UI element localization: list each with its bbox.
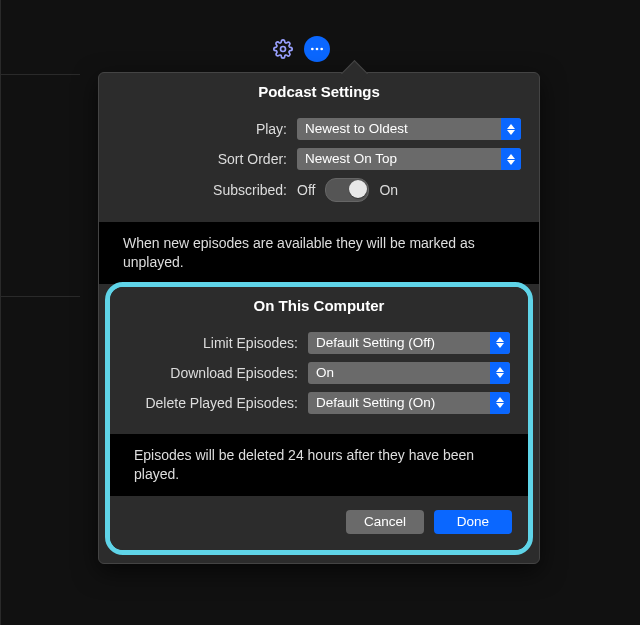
limit-episodes-label: Limit Episodes:	[128, 335, 308, 351]
stepper-arrows-icon	[490, 332, 510, 354]
stepper-arrows-icon	[501, 148, 521, 170]
divider-horizontal	[0, 296, 80, 297]
toggle-knob	[349, 180, 367, 198]
subscribed-toggle[interactable]	[325, 178, 369, 202]
play-select[interactable]: Newest to Oldest	[297, 118, 521, 140]
download-episodes-select-value: On	[316, 365, 334, 380]
subscribed-label: Subscribed:	[117, 182, 297, 198]
svg-point-3	[320, 48, 323, 51]
sort-order-select[interactable]: Newest On Top	[297, 148, 521, 170]
limit-episodes-select[interactable]: Default Setting (Off)	[308, 332, 510, 354]
done-button[interactable]: Done	[434, 510, 512, 534]
cancel-button[interactable]: Cancel	[346, 510, 424, 534]
subscribed-off-text: Off	[297, 182, 315, 198]
limit-episodes-select-value: Default Setting (Off)	[316, 335, 435, 350]
stepper-arrows-icon	[490, 392, 510, 414]
delete-played-episodes-select[interactable]: Default Setting (On)	[308, 392, 510, 414]
download-episodes-label: Download Episodes:	[128, 365, 308, 381]
popover-title: Podcast Settings	[99, 73, 539, 106]
play-select-value: Newest to Oldest	[305, 121, 408, 136]
sort-order-select-value: Newest On Top	[305, 151, 397, 166]
delete-note: Episodes will be deleted 24 hours after …	[110, 434, 528, 496]
download-episodes-select[interactable]: On	[308, 362, 510, 384]
subscribed-on-text: On	[379, 182, 398, 198]
svg-point-1	[311, 48, 314, 51]
settings-gear-icon[interactable]	[270, 36, 296, 62]
divider-vertical	[0, 0, 1, 625]
delete-played-episodes-label: Delete Played Episodes:	[128, 395, 308, 411]
more-options-icon[interactable]	[304, 36, 330, 62]
stepper-arrows-icon	[490, 362, 510, 384]
unplayed-note: When new episodes are available they wil…	[99, 222, 539, 284]
stepper-arrows-icon	[501, 118, 521, 140]
svg-point-0	[281, 47, 286, 52]
on-this-computer-title: On This Computer	[110, 287, 528, 320]
app-background: Podcast Settings Play: Newest to Oldest …	[0, 0, 640, 625]
sort-order-label: Sort Order:	[117, 151, 297, 167]
on-this-computer-highlight: On This Computer Limit Episodes: Default…	[105, 282, 533, 555]
svg-point-2	[316, 48, 319, 51]
podcast-settings-popover: Podcast Settings Play: Newest to Oldest …	[98, 72, 540, 564]
play-label: Play:	[117, 121, 297, 137]
divider-horizontal	[0, 74, 80, 75]
delete-played-episodes-select-value: Default Setting (On)	[316, 395, 435, 410]
